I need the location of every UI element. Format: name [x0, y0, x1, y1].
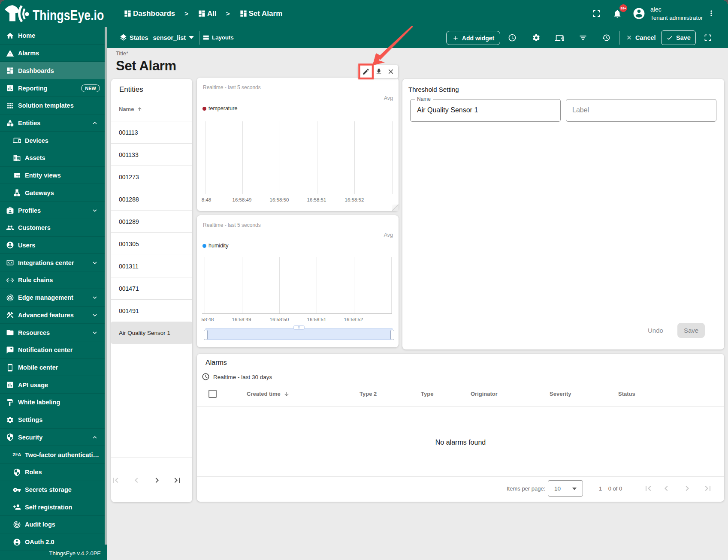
- svg-text:8:48: 8:48: [202, 197, 211, 202]
- svg-text:16:58:49: 16:58:49: [232, 317, 251, 322]
- svg-text:16:58:49: 16:58:49: [233, 197, 252, 202]
- svg-text:16:58:51: 16:58:51: [307, 317, 326, 322]
- svg-text:16:58:50: 16:58:50: [270, 317, 289, 322]
- svg-text:16:58:51: 16:58:51: [307, 197, 326, 202]
- svg-text:16:58:52: 16:58:52: [345, 197, 364, 202]
- svg-text:16:58:50: 16:58:50: [270, 197, 289, 202]
- svg-text:16:58:52: 16:58:52: [344, 317, 363, 322]
- svg-text:58:48: 58:48: [202, 317, 214, 322]
